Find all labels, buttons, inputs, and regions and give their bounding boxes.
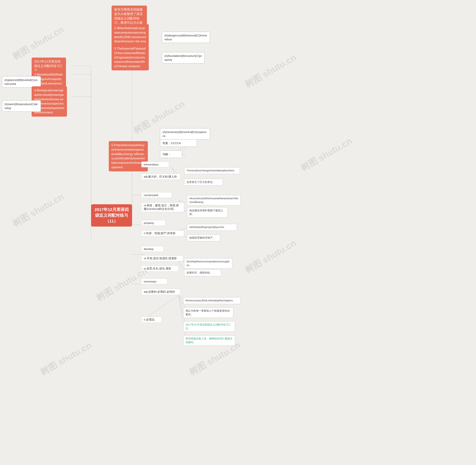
ans-necessary-node: (A)necessary(B)nominal(C)suspicious (160, 128, 210, 140)
svg-line-24 (171, 167, 178, 175)
property-node: property (141, 220, 166, 226)
watermark-1: 树图 shutu.cn (10, 24, 66, 63)
q2-answer-node: (A)planned(B)leveled(C)constructed (2, 76, 41, 88)
develop-node: develop (141, 246, 164, 252)
necessary-ex1-node: Itisnecessary,Ithink,toheadupthechapters… (183, 297, 241, 304)
watermark-3: 树图 shutu.cn (10, 191, 66, 230)
svg-line-26 (178, 201, 186, 202)
q3-node: 3.TheImperialPalaceofChina,nowoneofthewo… (111, 44, 149, 70)
ans-detail-node: 详解： (160, 150, 182, 158)
constructed-ex1-node: Heconstructedhishousewithaneyetoarchitec… (187, 195, 241, 206)
tremendous-node: tremendous (141, 162, 169, 167)
property-ex1-node: Heforfeitedhispropertybycrime. (187, 224, 237, 231)
vt-develop-node: vt.开发;进步;使成长;使显影 (141, 255, 183, 262)
adj-tremendous-node: adj.极大的，巨大的;慑人的 (141, 174, 180, 180)
develop-ex1-node: Developtheeconomyandensuresupplies. (184, 258, 232, 269)
watermark-5: 树图 shutu.cn (38, 339, 94, 378)
necessary-ex2-node: 我认为给每一章都加上个标题是很有必要的。 (183, 307, 233, 318)
watermark-6: 树图 shutu.cn (243, 52, 299, 90)
adj-necessary-node: adj.必要的;必需的;必然的 (141, 289, 180, 295)
center-node: 2017年12月英语四级近义词配对练习（11） (91, 204, 132, 227)
watermark-7: 树图 shutu.cn (299, 135, 354, 174)
svg-line-37 (145, 295, 178, 318)
ans-ccca-node: 答案：CCCCA (160, 139, 197, 147)
link1-node[interactable]: 2017年12月英语四级近义词配对练习汇总 (183, 321, 235, 332)
watermark-8: 树图 shutu.cn (243, 237, 299, 276)
constructed-ex2-node: 他在建造房屋时着眼于建筑之美。 (187, 207, 228, 218)
constructed-node: constructed (141, 192, 172, 198)
necessary-node: necessary (141, 279, 167, 284)
q1-answer-node: (A)dangerous(B)historical(C)tremendous (162, 32, 210, 43)
develop-ex2-node: 发展经济，保障供给。 (184, 269, 221, 276)
q4-answer-node: (A)swim(B)reproduce(C)develop (2, 100, 41, 112)
tremendous-ex1-node: Tremendouschangeshavetakenplacehere. (184, 167, 240, 174)
n-property-node: n.性质，性能;财产;所有权 (141, 230, 184, 236)
mind-map: 树图 shutu.cn 树图 shutu.cn 树图 shutu.cn 树图 s… (0, 0, 476, 465)
vt-constructed-node: vt.构造，建造;创立；构筑;搭建(construct的过去分词) (141, 202, 184, 212)
n-necessities-node: n.必需品 (141, 317, 162, 323)
connection-lines (0, 0, 476, 465)
tremendous-ex2-node: 这里发生了巨大的变化。 (184, 179, 223, 186)
vi-develop-node: vi.发育;生长;进化;显影 (141, 265, 178, 272)
svg-line-29 (178, 228, 186, 230)
property-ex2-node: 他因犯罪被剥夺财产。 (187, 234, 220, 241)
q3-answer-node: (A)foundation(B)museum(C)property (162, 52, 205, 63)
link2-node[interactable]: 英语四级必备工具：测测你的词汇量能过四级吗 (183, 335, 235, 346)
